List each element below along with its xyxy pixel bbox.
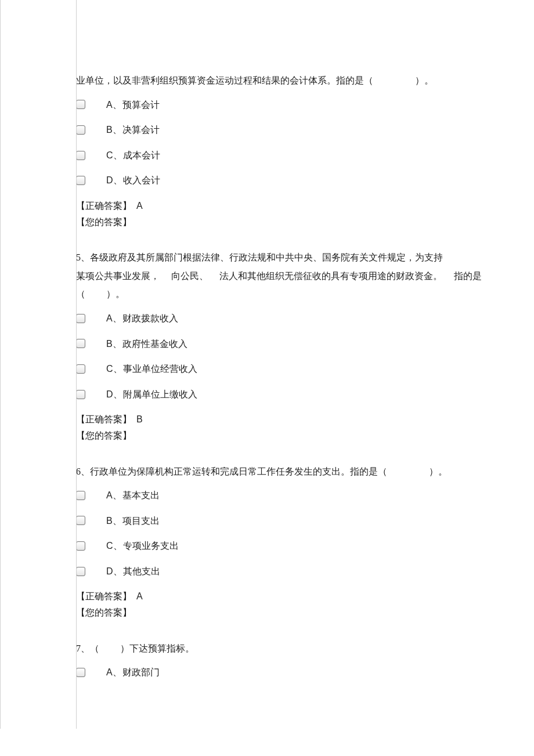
option-label: B、项目支出 bbox=[106, 513, 160, 529]
radio-icon[interactable] bbox=[76, 100, 85, 109]
q4-your-answer: 【您的答案】 bbox=[76, 215, 482, 230]
your-label: 【您的答案】 bbox=[76, 217, 132, 227]
q6-option-b[interactable]: B、项目支出 bbox=[76, 513, 482, 529]
option-text: 专项业务支出 bbox=[123, 541, 179, 551]
option-letter: A、 bbox=[106, 100, 122, 110]
option-label: D、其他支出 bbox=[106, 564, 160, 579]
q4-stem-text-2: ）。 bbox=[415, 75, 434, 85]
option-text: 附属单位上缴收入 bbox=[123, 389, 197, 399]
q5-line1: 各级政府及其所属部门根据法律、行政法规和中共中央、国务院有关文件规定，为支持 bbox=[90, 252, 443, 262]
correct-label: 【正确答案】 bbox=[76, 414, 132, 424]
q5-option-d[interactable]: D、附属单位上缴收入 bbox=[76, 387, 482, 402]
q5-line2b: 向公民、 bbox=[171, 269, 208, 284]
option-letter: B、 bbox=[106, 125, 122, 135]
q5-option-c[interactable]: C、事业单位经营收入 bbox=[76, 361, 482, 377]
q5-line2c: 法人和其他组织无偿征收的具有专项用途的财政资金。 bbox=[219, 269, 442, 284]
q5-your-answer: 【您的答案】 bbox=[76, 428, 482, 443]
q6-stem-text-1: 行政单位为保障机构正常运转和完成日常工作任务发生的支出。指的是（ bbox=[90, 466, 387, 476]
correct-value: B bbox=[136, 414, 143, 424]
q4-option-c[interactable]: C、成本会计 bbox=[76, 148, 482, 163]
option-text: 项目支出 bbox=[122, 516, 160, 526]
option-letter: D、 bbox=[106, 389, 123, 399]
option-label: A、预算会计 bbox=[106, 97, 160, 113]
q7-stem-text-1: （ bbox=[90, 643, 99, 653]
radio-icon[interactable] bbox=[76, 541, 85, 551]
q5-option-b[interactable]: B、政府性基金收入 bbox=[76, 337, 482, 352]
q4-stem: 业单位，以及非营利组织预算资金运动过程和结果的会计体系。指的是（ ）。 bbox=[76, 73, 482, 88]
option-label: B、决算会计 bbox=[106, 122, 160, 138]
option-text: 决算会计 bbox=[122, 125, 160, 135]
radio-icon[interactable] bbox=[76, 125, 85, 135]
q4-option-d[interactable]: D、收入会计 bbox=[76, 173, 482, 188]
q4-blank bbox=[373, 75, 415, 85]
spacer bbox=[76, 444, 482, 461]
radio-icon[interactable] bbox=[76, 364, 85, 374]
radio-icon[interactable] bbox=[76, 151, 85, 160]
spacer bbox=[76, 621, 482, 638]
q4-correct-answer: 【正确答案】A bbox=[76, 198, 482, 214]
q4-option-b[interactable]: B、决算会计 bbox=[76, 122, 482, 138]
q5-correct-answer: 【正确答案】B bbox=[76, 412, 482, 427]
correct-label: 【正确答案】 bbox=[76, 201, 132, 211]
option-label: B、政府性基金收入 bbox=[106, 337, 187, 352]
q7-stem-text-2: ）下达预算指标。 bbox=[120, 643, 194, 653]
q5-stem-line2: 某项公共事业发展， 向公民、 法人和其他组织无偿征收的具有专项用途的财政资金。 … bbox=[76, 269, 482, 284]
q5-line2d: 指的是 bbox=[454, 269, 482, 284]
radio-icon[interactable] bbox=[76, 339, 85, 348]
option-letter: C、 bbox=[106, 364, 123, 374]
option-text: 政府性基金收入 bbox=[122, 339, 187, 349]
q5-line2a: 某项公共事业发展， bbox=[76, 269, 160, 284]
q4-option-a[interactable]: A、预算会计 bbox=[76, 97, 482, 113]
option-text: 事业单位经营收入 bbox=[123, 364, 197, 374]
option-letter: D、 bbox=[106, 175, 123, 185]
q7-stem: 7、（ ）下达预算指标。 bbox=[76, 641, 482, 656]
option-text: 基本支出 bbox=[122, 490, 160, 500]
correct-label: 【正确答案】 bbox=[76, 591, 132, 601]
option-label: C、专项业务支出 bbox=[106, 538, 179, 554]
option-label: A、财政拨款收入 bbox=[106, 311, 178, 326]
q6-stem-text-2: ）。 bbox=[429, 466, 448, 476]
q7-option-a[interactable]: A、财政部门 bbox=[76, 665, 482, 680]
q7-blank bbox=[99, 643, 120, 653]
option-text: 预算会计 bbox=[122, 100, 160, 110]
q5-number: 5、 bbox=[76, 252, 90, 262]
margin-line bbox=[76, 0, 77, 729]
option-text: 成本会计 bbox=[123, 150, 160, 160]
document-page: 业单位，以及非营利组织预算资金运动过程和结果的会计体系。指的是（ ）。 A、预算… bbox=[0, 0, 534, 729]
your-label: 【您的答案】 bbox=[76, 607, 132, 617]
radio-icon[interactable] bbox=[76, 176, 85, 185]
option-label: C、成本会计 bbox=[106, 148, 160, 163]
option-letter: C、 bbox=[106, 150, 123, 160]
option-text: 收入会计 bbox=[123, 175, 160, 185]
q6-option-d[interactable]: D、其他支出 bbox=[76, 564, 482, 579]
q6-option-c[interactable]: C、专项业务支出 bbox=[76, 538, 482, 554]
option-label: D、收入会计 bbox=[106, 173, 160, 188]
option-text: 财政拨款收入 bbox=[122, 313, 178, 323]
q5-stem: 5、各级政府及其所属部门根据法律、行政法规和中共中央、国务院有关文件规定，为支持 bbox=[76, 250, 482, 265]
q6-stem: 6、行政单位为保障机构正常运转和完成日常工作任务发生的支出。指的是（ ）。 bbox=[76, 464, 482, 479]
radio-icon[interactable] bbox=[76, 491, 85, 500]
radio-icon[interactable] bbox=[76, 516, 85, 525]
q7-number: 7、 bbox=[76, 643, 90, 653]
q6-blank bbox=[387, 466, 429, 476]
your-label: 【您的答案】 bbox=[76, 431, 132, 440]
radio-icon[interactable] bbox=[76, 314, 85, 323]
q5-stem-line3: （ ）。 bbox=[76, 287, 482, 302]
option-text: 其他支出 bbox=[123, 566, 160, 576]
q6-option-a[interactable]: A、基本支出 bbox=[76, 488, 482, 503]
q5-option-a[interactable]: A、财政拨款收入 bbox=[76, 311, 482, 326]
option-letter: D、 bbox=[106, 566, 123, 576]
option-label: A、基本支出 bbox=[106, 488, 160, 503]
option-letter: B、 bbox=[106, 339, 122, 349]
q4-stem-text-1: 业单位，以及非营利组织预算资金运动过程和结果的会计体系。指的是（ bbox=[76, 75, 373, 85]
spacer bbox=[76, 230, 482, 247]
option-letter: A、 bbox=[106, 667, 122, 677]
radio-icon[interactable] bbox=[76, 668, 85, 677]
option-label: C、事业单位经营收入 bbox=[106, 361, 197, 377]
option-letter: C、 bbox=[106, 541, 123, 551]
radio-icon[interactable] bbox=[76, 567, 85, 576]
option-letter: B、 bbox=[106, 516, 122, 526]
option-letter: A、 bbox=[106, 313, 122, 323]
radio-icon[interactable] bbox=[76, 390, 85, 399]
correct-value: A bbox=[136, 201, 143, 211]
